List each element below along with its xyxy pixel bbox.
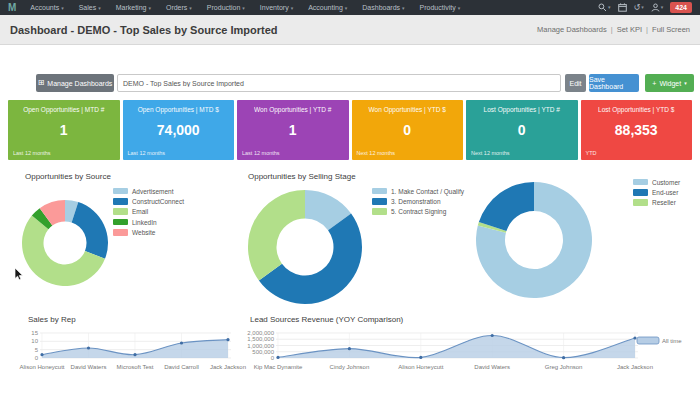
user-icon[interactable]: ▾ bbox=[651, 3, 664, 12]
legend-label: Reseller bbox=[652, 199, 676, 206]
y-axis-tick-label: 500,000 bbox=[252, 349, 274, 355]
donut-chart-opportunities-by-selling-stage bbox=[246, 188, 364, 306]
plus-icon: + bbox=[652, 80, 656, 87]
x-axis-tick-label: Kip Mac Dynamite bbox=[254, 364, 303, 370]
search-icon[interactable]: ▾ bbox=[598, 3, 611, 12]
legend-swatch bbox=[372, 188, 387, 195]
card-footer: Last 12 months bbox=[242, 150, 280, 156]
nav-menu-accounts[interactable]: Accounts▾ bbox=[30, 4, 63, 11]
edit-button-label: Edit bbox=[569, 80, 581, 87]
legend-item-reseller[interactable]: Reseller bbox=[633, 198, 680, 208]
legend-swatch bbox=[113, 188, 128, 195]
manage-dashboards-button-label: Manage Dashboards bbox=[47, 80, 112, 87]
donut-segment-end-user[interactable] bbox=[479, 182, 534, 231]
edit-button[interactable]: Edit bbox=[565, 74, 586, 92]
kpi-card-lost-opportunities-ytd[interactable]: Lost Opportunities | YTD $88,353YTD bbox=[581, 100, 693, 160]
nav-menu-sales[interactable]: Sales▾ bbox=[79, 4, 101, 11]
donut-segment-5-contract-signing[interactable] bbox=[248, 190, 305, 281]
x-axis-tick-label: Microsoft Test bbox=[117, 364, 154, 370]
legend-item-customer[interactable]: Customer bbox=[633, 177, 680, 187]
calendar-icon[interactable] bbox=[618, 3, 627, 12]
legend-item-3-demonstration[interactable]: 3. Demonstration bbox=[372, 196, 464, 206]
save-dashboard-button-label: Save Dashboard bbox=[589, 76, 639, 90]
nav-menu-productivity[interactable]: Productivity▾ bbox=[420, 4, 461, 11]
kpi-card-won-opportunities-ytd[interactable]: Won Opportunities | YTD $0Next 12 months bbox=[352, 100, 464, 160]
mouse-cursor bbox=[14, 268, 24, 281]
add-widget-button[interactable]: + Widget ▾ bbox=[645, 74, 694, 92]
legend-item-email[interactable]: Email bbox=[113, 207, 184, 217]
nav-menu-orders[interactable]: Orders▾ bbox=[166, 4, 192, 11]
set-kpi-link[interactable]: Set KPI bbox=[617, 25, 642, 34]
x-axis-tick-label: Jack Jackson bbox=[617, 364, 653, 370]
legend-label: End-user bbox=[652, 189, 678, 196]
app-logo-icon[interactable]: M bbox=[8, 3, 16, 13]
x-axis-tick-label: David Waters bbox=[474, 364, 510, 370]
donut-segment-constructconnect[interactable] bbox=[72, 202, 108, 259]
y-axis-tick-label: 0 bbox=[35, 355, 39, 361]
chevron-down-icon: ▾ bbox=[189, 5, 192, 11]
chevron-down-icon: ▾ bbox=[345, 5, 348, 11]
card-value: 1 bbox=[237, 122, 349, 138]
page-title: Dashboard - DEMO - Top Sales by Source I… bbox=[10, 24, 278, 36]
donut-chart-customer-type bbox=[475, 181, 593, 299]
chevron-down-icon: ▾ bbox=[61, 5, 64, 11]
chart-title-lead-sources-revenue: Lead Sources Revenue (YOY Comparison) bbox=[250, 315, 403, 324]
chevron-down-icon: ▾ bbox=[148, 5, 151, 11]
chevron-down-icon: ▾ bbox=[98, 5, 101, 11]
top-nav: M Accounts▾Sales▾Marketing▾Orders▾Produc… bbox=[0, 0, 700, 15]
history-icon[interactable]: ↺▾ bbox=[634, 4, 644, 12]
nav-menu-inventory[interactable]: Inventory▾ bbox=[260, 4, 293, 11]
chevron-down-icon: ▾ bbox=[661, 5, 664, 10]
manage-dashboards-button[interactable]: ⊞ Manage Dashboards bbox=[36, 74, 114, 92]
legend-item-5-contract-signing[interactable]: 5. Contract Signing bbox=[372, 207, 464, 217]
y-axis-tick-label: 10 bbox=[31, 338, 38, 344]
dashboard-name-input[interactable] bbox=[117, 74, 561, 92]
card-title: Won Opportunities | YTD $ bbox=[352, 106, 464, 113]
nav-menu-dashboards[interactable]: Dashboards▾ bbox=[362, 4, 404, 11]
x-axis-tick-label: Greg Johnson bbox=[545, 364, 583, 370]
kpi-card-open-opportunities-mtd[interactable]: Open Opportunities | MTD $74,000Last 12 … bbox=[123, 100, 235, 160]
legend-item-advertisement[interactable]: Advertisement bbox=[113, 186, 184, 196]
card-value: 1 bbox=[8, 122, 120, 138]
data-point-alison-honeycutt bbox=[419, 356, 422, 359]
card-footer: Last 12 months bbox=[128, 150, 166, 156]
card-title: Open Opportunities | MTD # bbox=[8, 106, 120, 113]
legend-label: ConstructConnect bbox=[132, 198, 184, 205]
data-point-cindy-johnson bbox=[348, 347, 351, 350]
link-separator: | bbox=[611, 25, 613, 34]
legend-item-website[interactable]: Website bbox=[113, 227, 184, 237]
y-axis-tick-label: 1,500,000 bbox=[247, 336, 274, 342]
legend-item-constructconnect[interactable]: ConstructConnect bbox=[113, 196, 184, 206]
manage-dashboards-link[interactable]: Manage Dashboards bbox=[537, 25, 607, 34]
nav-menu-accounting[interactable]: Accounting▾ bbox=[308, 4, 347, 11]
add-widget-button-label: Widget bbox=[659, 80, 681, 87]
legend-item-1-make-contact-qualify[interactable]: 1. Make Contact / Qualify bbox=[372, 186, 464, 196]
app-window: M Accounts▾Sales▾Marketing▾Orders▾Produc… bbox=[0, 0, 700, 400]
legend-item-linkedin[interactable]: LinkedIn bbox=[113, 217, 184, 227]
kpi-card-open-opportunities-mtd[interactable]: Open Opportunities | MTD #1Last 12 month… bbox=[8, 100, 120, 160]
legend-item-end-user[interactable]: End-user bbox=[633, 187, 680, 197]
nav-menu-production[interactable]: Production▾ bbox=[207, 4, 245, 11]
data-point-jack-jackson bbox=[633, 336, 636, 339]
kpi-card-lost-opportunities-ytd[interactable]: Lost Opportunities | YTD #0Next 12 month… bbox=[466, 100, 578, 160]
x-axis-tick-label: David Waters bbox=[71, 364, 107, 370]
legend-opportunities-by-selling-stage: 1. Make Contact / Qualify3. Demonstratio… bbox=[372, 186, 464, 217]
full-screen-link[interactable]: Full Screen bbox=[652, 25, 690, 34]
legend-swatch bbox=[113, 229, 128, 236]
card-value: 0 bbox=[352, 122, 464, 138]
save-dashboard-button[interactable]: Save Dashboard bbox=[589, 74, 639, 92]
nav-menu-marketing[interactable]: Marketing▾ bbox=[116, 4, 151, 11]
card-footer: Next 12 months bbox=[471, 150, 510, 156]
legend-label: Customer bbox=[652, 179, 680, 186]
chevron-down-icon: ▾ bbox=[402, 5, 405, 11]
notification-badge[interactable]: 424 bbox=[670, 2, 692, 13]
card-value: 0 bbox=[466, 122, 578, 138]
chevron-down-icon: ▾ bbox=[291, 5, 294, 11]
data-point-jack-jackson bbox=[226, 338, 229, 341]
card-footer: Last 12 months bbox=[13, 150, 51, 156]
legend-swatch-all-time[interactable] bbox=[637, 337, 659, 344]
y-axis-tick-label: 15 bbox=[31, 330, 38, 336]
card-title: Lost Opportunities | YTD $ bbox=[581, 106, 693, 113]
legend-swatch bbox=[113, 219, 128, 226]
kpi-card-won-opportunities-ytd[interactable]: Won Opportunities | YTD #1Last 12 months bbox=[237, 100, 349, 160]
